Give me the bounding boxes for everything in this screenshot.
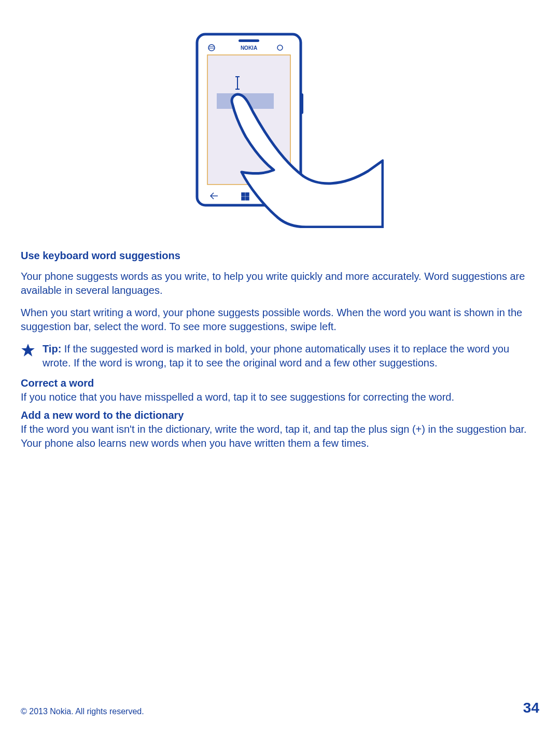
svg-rect-1 [300,93,303,114]
phone-tap-illustration: NOKIA [176,31,384,228]
copyright-text: © 2013 Nokia. All rights reserved. [21,707,144,716]
tip-block: Tip: If the suggested word is marked in … [21,342,539,370]
svg-rect-15 [242,197,245,200]
svg-marker-17 [21,344,35,357]
illustration-container: NOKIA [21,31,539,228]
paragraph-intro: Your phone suggests words as you write, … [21,270,539,297]
svg-rect-13 [242,193,245,196]
heading-add-word: Add a new word to the dictionary [21,408,539,422]
tip-label: Tip: [43,343,61,355]
page-number: 34 [523,700,539,716]
page-footer: © 2013 Nokia. All rights reserved. 34 [21,700,539,716]
svg-rect-14 [246,193,249,196]
heading-correct-word: Correct a word [21,376,539,390]
tip-text: Tip: If the suggested word is marked in … [43,342,539,370]
svg-rect-16 [246,197,249,200]
svg-rect-2 [239,39,259,42]
paragraph-correct-word: If you notice that you have misspelled a… [21,390,539,404]
star-icon [21,343,35,358]
paragraph-add-word: If the word you want isn't in the dictio… [21,422,539,450]
tip-body: If the suggested word is marked in bold,… [43,343,509,368]
phone-brand-label: NOKIA [241,45,257,51]
paragraph-howto: When you start writing a word, your phon… [21,306,539,334]
heading-use-suggestions: Use keyboard word suggestions [21,249,539,262]
manual-page: NOKIA [0,0,560,737]
